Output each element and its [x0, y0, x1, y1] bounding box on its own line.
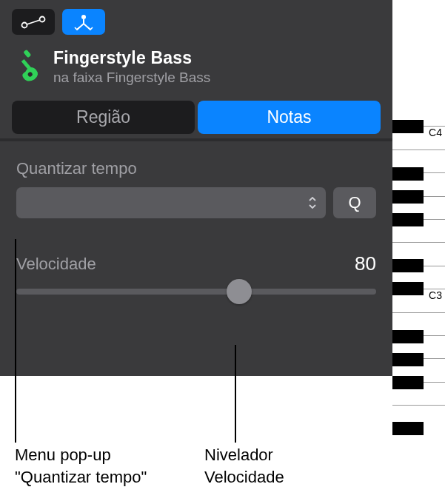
tab-notes[interactable]: Notas [198, 101, 381, 134]
velocity-label: Velocidade [16, 255, 96, 274]
toolbar [0, 0, 392, 48]
svg-rect-5 [23, 49, 31, 58]
tab-row: Região Notas [0, 101, 392, 138]
flex-icon [73, 13, 95, 31]
velocity-slider-thumb[interactable] [227, 279, 252, 304]
track-subtitle: na faixa Fingerstyle Bass [53, 70, 381, 86]
callout-line-velocity [235, 345, 236, 443]
svg-point-3 [81, 15, 86, 19]
velocity-slider[interactable] [16, 289, 376, 295]
svg-line-1 [27, 20, 40, 24]
piano-ruler[interactable]: C4 C3 [392, 104, 445, 429]
quantize-label: Quantizar tempo [16, 159, 376, 178]
key-label-c3: C3 [429, 289, 442, 301]
key-label-c4: C4 [429, 127, 442, 138]
chevron-updown-icon [308, 197, 317, 209]
svg-point-2 [40, 16, 45, 21]
automation-button[interactable] [12, 9, 55, 35]
callout-line-quantize [15, 239, 16, 443]
tab-region[interactable]: Região [12, 101, 195, 134]
quantize-dropdown[interactable] [16, 187, 326, 218]
velocity-value: 80 [355, 252, 376, 275]
flex-button[interactable] [62, 9, 105, 35]
svg-point-0 [22, 22, 27, 27]
track-header: Fingerstyle Bass na faixa Fingerstyle Ba… [0, 48, 392, 101]
automation-curve-icon [21, 16, 46, 29]
track-title: Fingerstyle Bass [53, 48, 381, 68]
callout-quantize: Menu pop-up "Quantizar tempo" [15, 444, 147, 488]
callout-velocity: Nivelador Velocidade [204, 444, 284, 488]
guitar-icon [5, 44, 51, 90]
quantize-apply-button[interactable]: Q [333, 187, 376, 218]
